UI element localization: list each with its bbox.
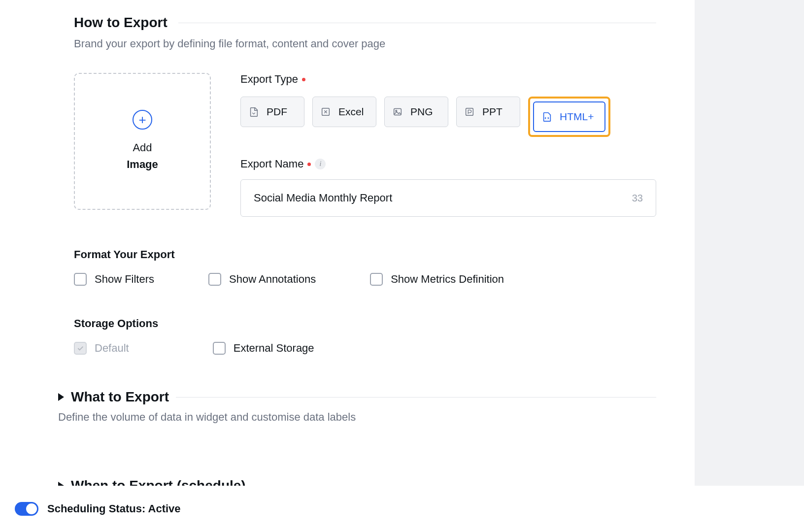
export-type-html-label: HTML+ (560, 111, 594, 123)
section-title: How to Export (74, 15, 168, 31)
section-subtitle: Brand your export by defining file forma… (74, 37, 656, 50)
format-section-title: Format Your Export (74, 248, 656, 261)
plus-icon: + (133, 110, 152, 130)
side-panel (695, 0, 804, 486)
export-type-ppt[interactable]: PPT (456, 97, 520, 127)
export-type-pdf-label: PDF (267, 106, 287, 118)
export-type-png-label: PNG (410, 106, 433, 118)
add-image-dropzone[interactable]: + Add Image (74, 73, 211, 210)
add-image-line2: Image (127, 156, 158, 173)
checkbox-checked-disabled-icon (74, 342, 87, 355)
footer-bar: Scheduling Status: Active (0, 486, 804, 532)
checkbox-label: Show Filters (95, 273, 154, 286)
scheduling-status-label: Scheduling Status: Active (47, 502, 181, 515)
ppt-file-icon (464, 106, 475, 118)
checkbox-show-annotations[interactable]: Show Annotations (208, 273, 316, 286)
export-type-text: Export Type (240, 73, 298, 86)
storage-section-title: Storage Options (74, 317, 656, 330)
add-image-line1: Add (127, 139, 158, 156)
required-dot-icon (302, 78, 305, 81)
checkbox-icon (74, 273, 87, 286)
required-dot-icon (307, 163, 311, 166)
checkbox-show-metrics[interactable]: Show Metrics Definition (370, 273, 504, 286)
checkbox-label: Show Metrics Definition (391, 273, 504, 286)
caret-right-icon (58, 393, 64, 401)
add-image-label: Add Image (127, 139, 158, 173)
export-type-excel[interactable]: Excel (312, 97, 376, 127)
info-icon[interactable]: i (315, 159, 326, 169)
char-count: 33 (632, 193, 643, 204)
divider (176, 397, 656, 398)
toggle-knob-icon (26, 503, 37, 514)
scheduling-status-toggle[interactable] (15, 502, 38, 516)
export-name-field[interactable]: 33 (240, 179, 656, 217)
code-file-icon (541, 111, 553, 123)
divider (178, 23, 656, 23)
checkbox-icon (208, 273, 221, 286)
export-name-input[interactable] (254, 192, 622, 204)
export-type-label: Export Type (240, 73, 656, 86)
export-name-text: Export Name (240, 158, 303, 170)
pdf-file-icon (248, 106, 260, 118)
checkbox-label: External Storage (234, 342, 314, 355)
export-type-excel-label: Excel (338, 106, 364, 118)
checkbox-storage-external[interactable]: External Storage (213, 342, 314, 355)
export-name-label: Export Name i (240, 158, 656, 170)
highlight-html-option: HTML+ (528, 97, 610, 137)
svg-rect-3 (466, 108, 473, 116)
export-type-ppt-label: PPT (482, 106, 502, 118)
checkbox-label: Show Annotations (229, 273, 316, 286)
svg-rect-1 (394, 109, 402, 115)
section-what-to-export-toggle[interactable]: What to Export (58, 389, 656, 405)
section-how-to-export: How to Export (74, 15, 656, 31)
section-subtitle: Define the volume of data in widget and … (58, 411, 656, 424)
export-type-html[interactable]: HTML+ (533, 101, 605, 132)
checkbox-storage-default: Default (74, 342, 129, 355)
export-type-png[interactable]: PNG (384, 97, 448, 127)
image-file-icon (392, 106, 403, 118)
checkbox-show-filters[interactable]: Show Filters (74, 273, 154, 286)
checkbox-icon (370, 273, 383, 286)
export-type-pdf[interactable]: PDF (240, 97, 304, 127)
excel-file-icon (320, 106, 332, 118)
section-title: What to Export (71, 389, 169, 405)
checkbox-label: Default (95, 342, 129, 355)
checkbox-icon (213, 342, 226, 355)
